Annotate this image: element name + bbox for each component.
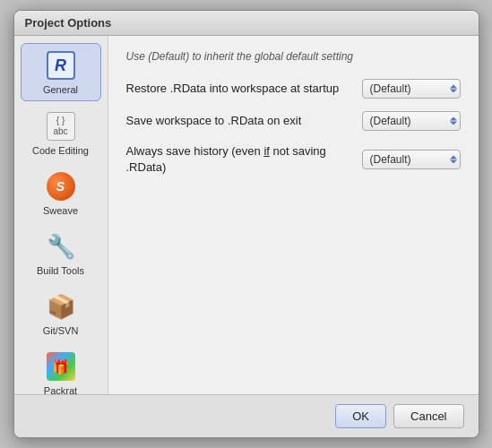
dialog-title: Project Options [14, 11, 479, 36]
sidebar-item-packrat[interactable]: 🎁 Packrat [21, 345, 101, 401]
save-history-select-wrapper: (Default) Yes No [362, 150, 461, 169]
packrat-icon: 🎁 [45, 350, 77, 383]
hint-text: Use (Default) to inherit the global defa… [126, 50, 461, 63]
build-tools-icon: 🔧 [45, 230, 77, 263]
sidebar: R General { }abc Code Editing S Sweave [14, 36, 108, 394]
dialog-body: R General { }abc Code Editing S Sweave [14, 36, 479, 394]
code-editing-icon: { }abc [45, 110, 77, 142]
sidebar-item-build-tools[interactable]: 🔧 Build Tools [21, 225, 101, 281]
restore-rdata-select-wrapper: (Default) Yes No [362, 79, 461, 99]
option-restore-rdata-label: Restore .RData into workspace at startup [126, 81, 351, 97]
sidebar-item-git-svn-label: Git/SVN [43, 325, 79, 336]
save-workspace-select[interactable]: (Default) Yes No [362, 111, 461, 131]
option-restore-rdata: Restore .RData into workspace at startup… [126, 79, 461, 99]
sidebar-item-general[interactable]: R General [21, 43, 101, 101]
project-options-dialog: Project Options R General { }abc Code Ed… [13, 10, 479, 438]
option-save-history: Always save history (even if not saving … [126, 143, 461, 176]
cancel-button[interactable]: Cancel [393, 404, 463, 428]
general-icon: R [45, 49, 77, 82]
save-history-select[interactable]: (Default) Yes No [362, 150, 461, 169]
sweave-icon: S [45, 170, 77, 202]
sidebar-item-code-editing-label: Code Editing [32, 145, 89, 156]
option-save-workspace: Save workspace to .RData on exit (Defaul… [126, 111, 461, 131]
restore-rdata-select[interactable]: (Default) Yes No [362, 79, 461, 99]
save-workspace-select-wrapper: (Default) Yes No [362, 111, 461, 131]
sidebar-item-code-editing[interactable]: { }abc Code Editing [21, 105, 101, 161]
option-save-workspace-label: Save workspace to .RData on exit [126, 113, 351, 129]
sidebar-item-build-tools-label: Build Tools [37, 265, 84, 276]
sidebar-item-general-label: General [43, 84, 78, 95]
sidebar-item-sweave[interactable]: S Sweave [21, 165, 101, 221]
main-panel: Use (Default) to inherit the global defa… [108, 36, 479, 394]
ok-button[interactable]: OK [335, 404, 386, 428]
sidebar-item-sweave-label: Sweave [43, 205, 78, 216]
sidebar-item-git-svn[interactable]: 📦 Git/SVN [21, 285, 101, 341]
sidebar-item-packrat-label: Packrat [44, 385, 77, 396]
git-svn-icon: 📦 [45, 290, 77, 323]
option-save-history-label: Always save history (even if not saving … [126, 143, 351, 176]
